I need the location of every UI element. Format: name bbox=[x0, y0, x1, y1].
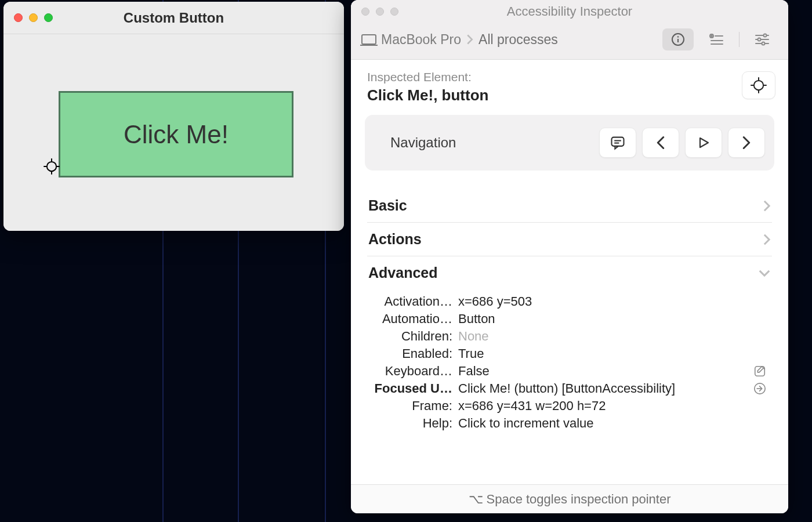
breadcrumb-scope: All processes bbox=[478, 32, 558, 48]
navigate-next-button[interactable] bbox=[728, 128, 765, 158]
inspector-title: Accessibility Inspector bbox=[351, 4, 788, 19]
toolbar-separator bbox=[739, 32, 740, 47]
footer-hint-text: Space toggles inspection pointer bbox=[487, 492, 671, 507]
section-basic-label: Basic bbox=[368, 197, 407, 214]
prop-val-frame: x=686 y=431 w=200 h=72 bbox=[458, 398, 749, 414]
prop-key-keyboard: Keyboard… bbox=[368, 364, 458, 379]
speak-button[interactable] bbox=[599, 128, 636, 158]
traffic-lights bbox=[14, 13, 53, 22]
prop-val-enabled: True bbox=[458, 346, 749, 361]
inspector-body: Inspected Element: Click Me!, button Nav… bbox=[351, 60, 788, 484]
svg-point-0 bbox=[47, 162, 56, 171]
zoom-window-button[interactable] bbox=[44, 13, 53, 22]
prop-key-activation: Activation… bbox=[368, 294, 458, 309]
zoom-window-button[interactable] bbox=[390, 8, 398, 16]
section-basic-header[interactable]: Basic bbox=[367, 189, 772, 223]
section-advanced-header[interactable]: Advanced bbox=[367, 256, 772, 289]
prop-val-automation: Button bbox=[458, 311, 749, 327]
chevron-down-icon bbox=[758, 269, 771, 277]
inspector-toolbar bbox=[662, 28, 778, 50]
svg-point-17 bbox=[758, 38, 761, 41]
laptop-icon bbox=[361, 34, 376, 45]
prop-val-focused: Click Me! (button) [ButtonAccessibility] bbox=[458, 381, 749, 396]
prop-key-enabled: Enabled: bbox=[368, 346, 458, 361]
inspector-titlebar: Accessibility Inspector MacBook Pro All … bbox=[351, 0, 788, 60]
svg-rect-25 bbox=[612, 137, 624, 146]
target-picker-button[interactable] bbox=[742, 71, 775, 99]
close-window-button[interactable] bbox=[14, 13, 23, 22]
breadcrumb-device: MacBook Pro bbox=[381, 32, 461, 48]
prop-key-focused: Focused U… bbox=[368, 381, 458, 396]
click-me-button[interactable]: Click Me! bbox=[59, 91, 293, 177]
advanced-properties: Activation… x=686 y=503 Automatio… Butto… bbox=[367, 289, 772, 431]
app-window-custom-button: Custom Button Click Me! bbox=[3, 2, 344, 231]
prop-val-children: None bbox=[458, 329, 749, 344]
crosshair-icon bbox=[43, 158, 60, 175]
footer-hint-modifier: ⌥ bbox=[469, 492, 483, 507]
desktop: Custom Button Click Me! bbox=[0, 0, 812, 522]
prop-key-help: Help: bbox=[368, 416, 458, 431]
settings-tab-button[interactable] bbox=[746, 28, 778, 50]
svg-marker-28 bbox=[700, 138, 708, 147]
prop-key-frame: Frame: bbox=[368, 398, 458, 414]
titlebar: Custom Button bbox=[3, 2, 344, 34]
navigate-to-element-button[interactable] bbox=[749, 381, 771, 396]
edit-property-button[interactable] bbox=[749, 364, 771, 379]
section-actions-header[interactable]: Actions bbox=[367, 223, 772, 256]
close-window-button[interactable] bbox=[361, 8, 369, 16]
accessibility-inspector-window: Accessibility Inspector MacBook Pro All … bbox=[351, 0, 788, 513]
svg-point-7 bbox=[677, 36, 679, 37]
audit-tab-button[interactable] bbox=[701, 28, 732, 50]
section-advanced-label: Advanced bbox=[368, 264, 437, 281]
navigation-section: Navigation bbox=[365, 115, 774, 171]
breadcrumb[interactable]: MacBook Pro All processes bbox=[361, 32, 662, 48]
inspector-footer: ⌥ Space toggles inspection pointer bbox=[351, 484, 788, 513]
prop-key-children: Children: bbox=[368, 329, 458, 344]
minimize-window-button[interactable] bbox=[29, 13, 38, 22]
inspected-element-section: Inspected Element: Click Me!, button bbox=[351, 60, 788, 104]
navigate-previous-button[interactable] bbox=[642, 128, 679, 158]
chevron-right-icon bbox=[466, 34, 474, 45]
prop-val-activation: x=686 y=503 bbox=[458, 294, 749, 309]
inspected-element-label: Inspected Element: bbox=[367, 70, 772, 84]
window-title: Custom Button bbox=[3, 10, 344, 26]
auto-navigate-button[interactable] bbox=[685, 128, 722, 158]
section-actions-label: Actions bbox=[368, 231, 422, 248]
prop-key-automation: Automatio… bbox=[368, 311, 458, 327]
navigation-label: Navigation bbox=[390, 135, 593, 151]
inspector-sections: Basic Actions Advanced bbox=[351, 171, 788, 431]
svg-point-20 bbox=[754, 81, 763, 90]
inspected-element-value: Click Me!, button bbox=[367, 86, 772, 104]
chevron-right-icon bbox=[763, 200, 771, 212]
prop-val-help: Click to increment value bbox=[458, 416, 749, 431]
chevron-right-icon bbox=[763, 233, 771, 246]
window-body: Click Me! bbox=[3, 34, 344, 231]
traffic-lights-inactive bbox=[361, 8, 398, 16]
info-tab-button[interactable] bbox=[662, 28, 694, 50]
click-me-button-label: Click Me! bbox=[124, 120, 229, 149]
prop-val-keyboard: False bbox=[458, 364, 749, 379]
minimize-window-button[interactable] bbox=[376, 8, 384, 16]
svg-point-19 bbox=[762, 42, 765, 45]
svg-point-15 bbox=[764, 34, 767, 37]
